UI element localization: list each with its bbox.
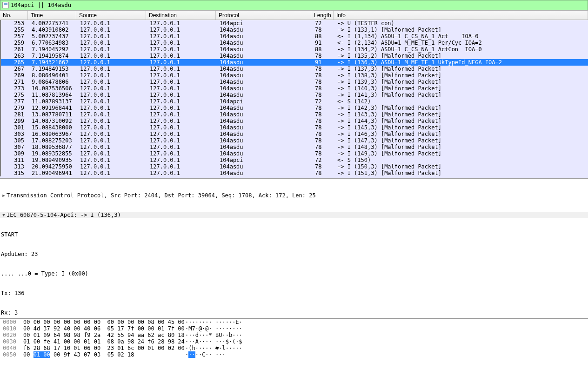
col-header-destination[interactable]: Destination [146,11,216,20]
packet-cell: -> U (TESTFR con) [334,20,588,27]
packet-cell: 127.0.0.1 [147,157,217,163]
packet-row[interactable]: 2637.194195874127.0.0.1127.0.0.1104asdu7… [0,53,588,59]
packet-cell: 127.0.0.1 [77,98,147,105]
packet-cell: 127.0.0.1 [147,105,217,111]
hex-row[interactable]: 000000 00 00 00 00 00 00 00 00 00 00 00 … [0,319,588,325]
packet-row[interactable]: 31320.094275950127.0.0.1127.0.0.1104asdu… [0,163,588,170]
packet-cell: 127.0.0.1 [77,46,147,53]
packet-cell: 269 [1,72,29,79]
packet-cell: 127.0.0.1 [77,170,147,176]
packet-cell: 277 [1,98,29,105]
packet-cell: 104asdu [217,137,312,144]
packet-row[interactable]: 30115.088438000127.0.0.1127.0.0.1104asdu… [0,124,588,131]
packet-row[interactable]: 27310.087536506127.0.0.1127.0.0.1104asdu… [0,85,588,92]
packet-cell: 78 [312,131,334,137]
packet-cell: -> I (142,3) [Malformed Packet] [334,105,588,111]
expand-icon[interactable]: ▶ [1,192,7,199]
hex-row[interactable]: 0040f6 28 68 17 10 01 06 00 23 01 6c 00 … [0,345,588,351]
apci-apdu[interactable]: ApduLen: 23 [0,251,588,257]
packet-row[interactable]: 2677.194849153127.0.0.1127.0.0.1104asdu7… [0,66,588,72]
packet-row[interactable]: 31521.090496941127.0.0.1127.0.0.1104asdu… [0,170,588,176]
apci-type[interactable]: .... ...0 = Type: I (0x00) [0,270,588,277]
packet-list-header[interactable]: No. Time Source Destination Protocol Len… [0,11,588,20]
hex-offset: 0030 [0,338,23,345]
tcp-row[interactable]: ▶Transmission Control Protocol, Src Port… [0,192,588,199]
packet-cell: 104asdu [217,33,312,40]
hex-ascii: ···A···· ···$·(·$ [185,338,242,345]
packet-cell: 91 [312,59,334,66]
packet-cell: 305 [1,137,29,144]
apci-tx[interactable]: Tx: 136 [0,290,588,296]
packet-row[interactable]: 2719.086478806127.0.0.1127.0.0.1104asdu7… [0,79,588,85]
packet-row[interactable]: 27511.087813964127.0.0.1127.0.0.1104asdu… [0,92,588,98]
packet-row[interactable]: 31119.089490935127.0.0.1127.0.0.1104apci… [0,157,588,163]
packet-row[interactable]: 28113.087780711127.0.0.1127.0.0.1104asdu… [0,111,588,118]
packet-cell: 279 [1,105,29,111]
hex-row[interactable]: 003001 00 fe 41 00 00 01 01 08 0a 98 24 … [0,338,588,345]
packet-cell: 127.0.0.1 [147,40,217,46]
packet-row[interactable]: 30919.089352855127.0.0.1127.0.0.1104asdu… [0,150,588,157]
col-header-info[interactable]: Info [334,11,588,20]
packet-row[interactable]: 2575.002737437127.0.0.1127.0.0.1104asdu8… [0,33,588,40]
packet-cell: 104asdu [217,118,312,124]
packet-row[interactable]: 27711.087893137127.0.0.1127.0.0.1104apci… [0,98,588,105]
packet-row[interactable]: 30517.088275203127.0.0.1127.0.0.1104asdu… [0,137,588,144]
col-header-protocol[interactable]: Protocol [216,11,311,20]
packet-row[interactable]: 2534.002275741127.0.0.1127.0.0.1104apci7… [0,20,588,27]
packet-cell: -> I (139,3) [Malformed Packet] [334,79,588,85]
packet-list-body[interactable]: 2534.002275741127.0.0.1127.0.0.1104apci7… [0,20,588,178]
packet-details-pane[interactable]: ▶Transmission Control Protocol, Src Port… [0,178,588,318]
packet-cell: 127.0.0.1 [147,79,217,85]
display-filter-input[interactable] [11,2,586,8]
packet-cell: -> I (133,1) [Malformed Packet] [334,27,588,33]
packet-row[interactable]: 2554.403910802127.0.0.1127.0.0.1104asdu7… [0,27,588,33]
packet-cell: <- I (1,134) ASDU=1 C_CS_NA_1 Act IOA=0 [334,33,588,40]
col-header-time[interactable]: Time [28,11,76,20]
hex-row[interactable]: 002000 01 09 64 98 98 f9 2a 42 55 94 aa … [0,332,588,338]
packet-cell: 127.0.0.1 [147,124,217,131]
packet-cell: 127.0.0.1 [77,105,147,111]
hex-row[interactable]: 001000 4d 37 92 40 00 40 06 05 17 7f 00 … [0,325,588,332]
apci-start[interactable]: START [0,231,588,238]
packet-row[interactable]: 30316.089063967127.0.0.1127.0.0.1104asdu… [0,131,588,137]
col-header-length[interactable]: Length [311,11,334,20]
packet-row[interactable]: 30718.089536877127.0.0.1127.0.0.1104asdu… [0,144,588,150]
apci-header-row[interactable]: ▼IEC 60870-5-104-Apci: -> I (136,3) [0,212,588,218]
packet-row[interactable]: 2617.194045292127.0.0.1127.0.0.1104asdu8… [0,46,588,53]
packet-row[interactable]: 29914.087310092127.0.0.1127.0.0.1104asdu… [0,118,588,124]
packet-cell: 78 [312,92,334,98]
hex-row[interactable]: 005000 01 00 00 9f 43 07 03 05 02 18····… [0,351,588,358]
packet-cell: 127.0.0.1 [147,66,217,72]
display-filter-bar[interactable] [0,0,588,10]
packet-cell: -> I (135,2) [Malformed Packet] [334,53,588,59]
packet-cell: 104apci [217,20,312,27]
bookmark-icon[interactable] [2,2,9,8]
col-header-no[interactable]: No. [0,11,28,20]
packet-cell: 104asdu [217,46,312,53]
hex-ascii: ·M7·@·@· ········ [185,325,242,332]
packet-cell: 6.770634983 [29,40,77,46]
packet-cell: 259 [1,40,29,46]
packet-cell: 127.0.0.1 [77,163,147,170]
packet-row[interactable]: 2657.194321662127.0.0.1127.0.0.1104asdu9… [0,59,588,66]
packet-cell: 12.091968441 [29,105,77,111]
packet-cell: 315 [1,170,29,176]
packet-cell: 72 [312,98,334,105]
col-header-source[interactable]: Source [76,11,146,20]
packet-cell: 7.194195874 [29,53,77,59]
packet-cell: 10.087536506 [29,85,77,92]
packet-row[interactable]: 2596.770634983127.0.0.1127.0.0.1104asdu9… [0,40,588,46]
packet-row[interactable]: 2698.086496401127.0.0.1127.0.0.1104asdu7… [0,72,588,79]
packet-row[interactable]: 27912.091968441127.0.0.1127.0.0.1104asdu… [0,105,588,111]
packet-cell: 127.0.0.1 [77,137,147,144]
packet-cell: 127.0.0.1 [77,40,147,46]
packet-cell: 16.089063967 [29,131,77,137]
apci-rx[interactable]: Rx: 3 [0,309,588,316]
packet-bytes-pane[interactable]: 000000 00 00 00 00 00 00 00 00 00 00 00 … [0,318,588,360]
packet-cell: 104asdu [217,124,312,131]
packet-cell: -> I (149,3) [Malformed Packet] [334,150,588,157]
packet-cell: 127.0.0.1 [147,131,217,137]
collapse-icon[interactable]: ▼ [1,212,7,218]
packet-cell: 313 [1,163,29,170]
packet-cell: 104asdu [217,72,312,79]
